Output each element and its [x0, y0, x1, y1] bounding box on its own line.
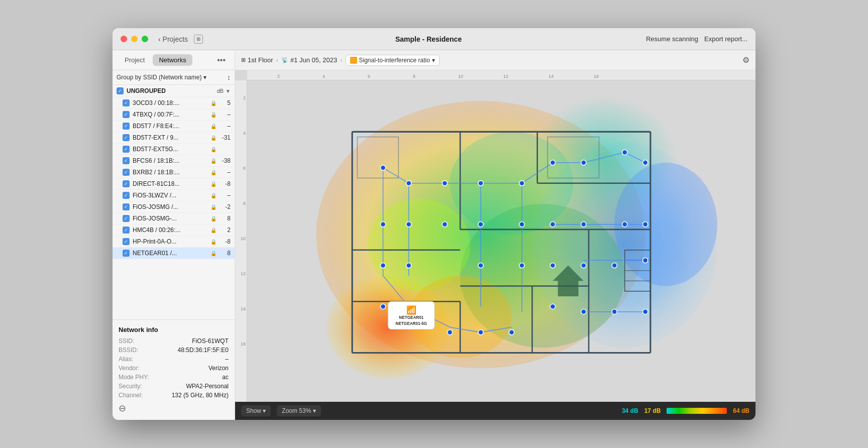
- svg-text:NETGEAR01-5G: NETGEAR01-5G: [396, 321, 427, 326]
- net-name: BD5T7-EXT / 9...: [133, 134, 208, 141]
- ruler-tick: 10: [458, 74, 463, 80]
- list-item[interactable]: 3OCD3 / 00:18:... 🔒 5: [113, 97, 235, 109]
- net-checkbox[interactable]: [123, 169, 130, 176]
- net-checkbox[interactable]: [123, 250, 130, 257]
- list-item[interactable]: NETGEAR01 /... 🔒 8: [113, 248, 235, 259]
- lock-icon: 🔒: [210, 158, 216, 164]
- ruler-tick: 14: [241, 306, 246, 311]
- net-checkbox[interactable]: [123, 192, 130, 199]
- close-button[interactable]: [121, 36, 127, 42]
- bottom-left: Show ▾ Zoom 53% ▾: [241, 405, 321, 416]
- maximize-button[interactable]: [142, 36, 148, 42]
- sidebar-tabs: Project Networks •••: [113, 50, 235, 70]
- svg-point-58: [581, 309, 586, 314]
- list-item[interactable]: FiOS-JOSMG-... 🔒 8: [113, 213, 235, 225]
- net-checkbox[interactable]: [123, 238, 130, 245]
- window-title: Sample - Residence: [211, 35, 646, 43]
- net-name: BXRB2 / 18:1B:...: [133, 169, 208, 176]
- svg-text:📶: 📶: [406, 305, 417, 315]
- grid-icon[interactable]: ⊞: [194, 35, 203, 44]
- net-checkbox[interactable]: [123, 215, 130, 222]
- sort-button[interactable]: ↕: [227, 73, 231, 81]
- net-checkbox[interactable]: [123, 111, 130, 118]
- mode-label: Mode PHY:: [119, 374, 159, 381]
- svg-point-37: [406, 222, 411, 227]
- scan-label: #1 Jun 05, 2023: [290, 56, 337, 64]
- signal-selector[interactable]: Signal-to-interference ratio ▾: [346, 55, 440, 66]
- channel-value: 132 (5 GHz, 80 MHz): [159, 392, 229, 399]
- net-name: BD5T7-EXT5G...: [133, 146, 208, 153]
- map-canvas-area[interactable]: 2 4 6 8 10 12 14 16 2 4 6 8 10 12: [235, 70, 755, 402]
- ungrouped-collapse-button[interactable]: ▼: [226, 88, 231, 94]
- list-item[interactable]: BD5T7-EXT5G... 🔒: [113, 144, 235, 155]
- svg-point-31: [519, 181, 524, 186]
- list-item[interactable]: BXRB2 / 18:1B:... 🔒 –: [113, 167, 235, 178]
- scale-bar: [667, 408, 727, 414]
- net-checkbox[interactable]: [123, 146, 130, 153]
- list-item[interactable]: HMC4B / 00:26:... 🔒 2: [113, 225, 235, 236]
- titlebar-actions: Resume scanning Export report...: [646, 35, 747, 43]
- lock-icon: 🔒: [210, 204, 216, 210]
- net-checkbox[interactable]: [123, 157, 130, 164]
- net-checkbox[interactable]: [123, 99, 130, 106]
- scan-breadcrumb[interactable]: 📡 #1 Jun 05, 2023: [281, 56, 337, 64]
- net-checkbox[interactable]: [123, 203, 130, 210]
- ruler-tick: 4: [322, 74, 325, 80]
- svg-point-36: [380, 222, 385, 227]
- svg-point-32: [550, 160, 555, 165]
- info-ssid: SSID: FiOS-61WQT: [119, 338, 229, 345]
- sidebar-more-button[interactable]: •••: [214, 55, 229, 66]
- list-item[interactable]: BFCS6 / 18:1B:... 🔒 -38: [113, 155, 235, 167]
- net-name: 3OCD3 / 00:18:...: [133, 99, 208, 106]
- list-item[interactable]: FiOS-3LWZV /... 🔒 –: [113, 190, 235, 201]
- net-checkbox[interactable]: [123, 180, 130, 187]
- lock-icon: 🔒: [210, 251, 216, 256]
- floor-breadcrumb[interactable]: ⊞ 1st Floor: [241, 56, 273, 64]
- map-toolbar: ⊞ 1st Floor › 📡 #1 Jun 05, 2023 › Signal…: [235, 50, 755, 70]
- list-item[interactable]: DIRECT-81C18... 🔒 -8: [113, 178, 235, 190]
- net-db: –: [219, 111, 231, 118]
- svg-point-43: [622, 222, 627, 227]
- info-channel: Channel: 132 (5 GHz, 80 MHz): [119, 392, 229, 399]
- net-db: -31: [219, 134, 231, 141]
- net-name: DIRECT-81C18...: [133, 180, 208, 187]
- list-item[interactable]: HP-Print-0A-O... 🔒 -8: [113, 236, 235, 248]
- tab-networks[interactable]: Networks: [153, 54, 192, 66]
- zoom-button[interactable]: Zoom 53% ▾: [277, 405, 320, 416]
- minimize-button[interactable]: [131, 36, 138, 42]
- group-by-select[interactable]: Group by SSID (Network name) ▾: [117, 74, 225, 81]
- net-checkbox[interactable]: [123, 227, 130, 234]
- collapse-button[interactable]: ⊖: [119, 403, 126, 414]
- scale-high-value: 64 dB: [733, 407, 749, 414]
- net-checkbox[interactable]: [123, 123, 130, 130]
- export-report-button[interactable]: Export report...: [704, 35, 747, 43]
- signal-indicator: [350, 57, 357, 64]
- mode-value: ac: [159, 374, 229, 381]
- ssid-value: FiOS-61WQT: [159, 338, 229, 345]
- list-item[interactable]: FiOS-JOSMG /... 🔒 -2: [113, 201, 235, 213]
- net-checkbox[interactable]: [123, 134, 130, 141]
- bssid-value: 48:5D:36:1F:5F:E0: [159, 347, 229, 354]
- list-item[interactable]: BD5T7-EXT / 9... 🔒 -31: [113, 132, 235, 144]
- net-db: –: [219, 192, 231, 199]
- back-button[interactable]: ‹ Projects: [156, 34, 190, 44]
- filter-button[interactable]: ⚙: [742, 55, 749, 65]
- main-area: ⊞ 1st Floor › 📡 #1 Jun 05, 2023 › Signal…: [235, 50, 755, 420]
- svg-point-35: [643, 160, 648, 165]
- list-item[interactable]: BD5T7 / F8:E4:... 🔒 –: [113, 121, 235, 132]
- security-value: WPA2-Personal: [159, 383, 229, 390]
- list-item[interactable]: 4TBXQ / 00:7F:... 🔒 –: [113, 109, 235, 121]
- svg-point-44: [643, 222, 648, 227]
- net-db: -8: [219, 238, 231, 245]
- tab-project[interactable]: Project: [119, 54, 151, 66]
- app-window: ‹ Projects ⊞ Sample - Residence Resume s…: [113, 28, 755, 420]
- ruler-tick: 12: [503, 74, 508, 80]
- resume-scanning-button[interactable]: Resume scanning: [646, 35, 698, 43]
- ruler-tick: 12: [241, 271, 246, 276]
- net-name: BFCS6 / 18:1B:...: [133, 157, 208, 164]
- svg-point-39: [478, 222, 483, 227]
- show-button[interactable]: Show ▾: [241, 405, 271, 416]
- scale-low-value: 34 dB: [622, 407, 638, 414]
- ungrouped-checkbox[interactable]: [117, 87, 124, 94]
- ruler-tick: 16: [594, 74, 599, 80]
